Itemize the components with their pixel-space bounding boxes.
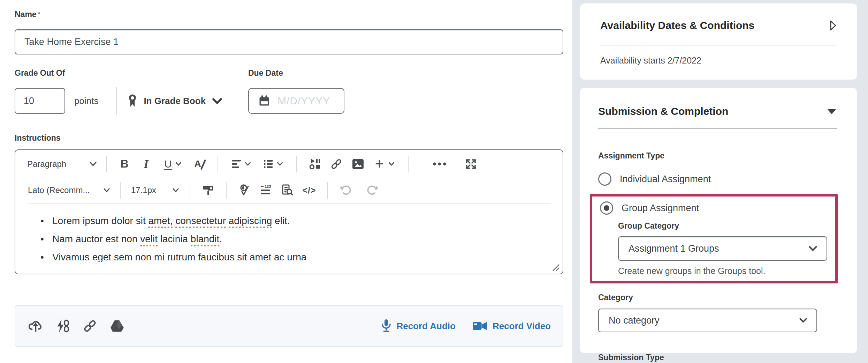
- video-camera-icon: [472, 320, 488, 332]
- group-category-help-text: Create new groups in the Groups tool.: [618, 266, 826, 276]
- radio-dot: [604, 205, 609, 211]
- editor-bullet-2: Nam auctor est non velit lacinia blandit…: [38, 230, 552, 248]
- grade-ribbon-icon: [128, 94, 137, 108]
- lightning-link-icon: [56, 319, 69, 333]
- spell-check-button[interactable]: [234, 181, 255, 199]
- editor-bullet-3: Vivamus eget sem non mi rutrum faucibus …: [38, 248, 552, 262]
- misspelled-word: blandit: [191, 234, 220, 246]
- instructions-editor: Paragraph B I U A: [15, 149, 563, 274]
- underline-dropdown-button[interactable]: U: [157, 155, 189, 173]
- cloud-upload-icon: [28, 319, 43, 333]
- misspelled-word: adipiscing: [229, 215, 272, 228]
- toolbar-divider: [226, 182, 227, 199]
- upload-file-button[interactable]: [27, 318, 44, 334]
- radio-group-assignment[interactable]: Group Assignment: [600, 201, 699, 215]
- accessibility-check-button[interactable]: [277, 181, 298, 199]
- submission-title: Submission & Completion: [598, 105, 728, 118]
- calendar-icon: [258, 95, 271, 107]
- chevron-down-icon: [799, 318, 807, 323]
- attach-weblink-button[interactable]: [82, 318, 98, 334]
- weblink-icon: [83, 319, 97, 333]
- name-input[interactable]: [15, 29, 563, 54]
- editor-toolbar-row2: Lato (Recomm... 17.1px: [15, 178, 563, 203]
- font-family-dropdown[interactable]: Lato (Recomm...: [25, 185, 113, 195]
- toolbar-divider: [190, 182, 190, 199]
- due-date-input[interactable]: M/D/YYYY: [248, 88, 344, 114]
- editor-toolbar-row1: Paragraph B I U A: [15, 150, 563, 178]
- collapse-triangle-icon: [826, 108, 837, 115]
- svg-text:123: 123: [265, 185, 271, 188]
- word-count-button[interactable]: 123: [255, 181, 277, 199]
- editor-content-area[interactable]: Lorem ipsum dolor sit amet, consectetur …: [15, 203, 563, 262]
- toolbar-divider: [106, 156, 107, 172]
- settings-sidebar: Availability Dates & Conditions Availabi…: [572, 0, 868, 363]
- svg-text:A: A: [194, 158, 201, 169]
- expand-arrow-icon: [829, 20, 837, 31]
- italic-button[interactable]: I: [135, 155, 157, 173]
- insert-stuff-icon: [309, 158, 321, 170]
- availability-card-header[interactable]: Availability Dates & Conditions: [600, 19, 837, 32]
- toolbar-divider: [120, 182, 121, 199]
- chevron-down-icon: [277, 162, 283, 166]
- chevron-down-icon: [172, 188, 179, 193]
- align-left-icon: [231, 159, 241, 169]
- google-drive-icon: [110, 320, 124, 332]
- insert-stuff-button[interactable]: [304, 155, 326, 173]
- radio-individual-assignment[interactable]: Individual Assignment: [598, 172, 711, 186]
- insert-more-dropdown[interactable]: +: [369, 155, 401, 173]
- google-drive-button[interactable]: [109, 318, 125, 334]
- group-category-label: Group Category: [618, 221, 826, 231]
- font-color-icon: A: [193, 158, 206, 170]
- attachments-bar: Record Audio Record Video: [15, 305, 563, 347]
- card-divider: [600, 45, 837, 45]
- undo-button[interactable]: [335, 181, 356, 199]
- redo-button[interactable]: [362, 181, 383, 199]
- fullscreen-button[interactable]: [460, 155, 482, 173]
- format-painter-icon: [203, 185, 214, 196]
- more-actions-button[interactable]: •••: [429, 155, 451, 173]
- record-audio-button[interactable]: Record Audio: [381, 319, 455, 333]
- editor-resize-handle[interactable]: [551, 262, 560, 272]
- quicklink-activity-button[interactable]: [54, 318, 71, 334]
- required-asterisk: *: [38, 11, 40, 17]
- font-color-button[interactable]: A: [189, 155, 211, 173]
- due-date-placeholder: M/D/YYYY: [277, 95, 330, 107]
- grade-book-dropdown[interactable]: In Grade Book: [128, 94, 222, 108]
- availability-card: Availability Dates & Conditions Availabi…: [580, 3, 857, 80]
- alignment-dropdown-button[interactable]: [225, 155, 257, 173]
- instructions-label: Instructions: [15, 133, 572, 142]
- chevron-down-icon: [388, 162, 395, 166]
- bullet-list-icon: [264, 159, 273, 169]
- availability-status: Availability starts 2/7/2022: [600, 55, 837, 66]
- group-assignment-highlight-box: Group Assignment Group Category Assignme…: [590, 194, 838, 283]
- spell-check-icon: [239, 184, 250, 196]
- word-count-icon: 123: [260, 185, 272, 196]
- insert-link-button[interactable]: [326, 155, 347, 173]
- insert-image-button[interactable]: [347, 155, 369, 173]
- editor-bullet-1: Lorem ipsum dolor sit amet, consectetur …: [38, 212, 552, 230]
- group-category-select[interactable]: Assignment 1 Groups: [618, 236, 827, 261]
- font-size-dropdown[interactable]: 17.1px: [128, 185, 183, 195]
- format-painter-button[interactable]: [197, 181, 219, 199]
- toolbar-divider: [408, 156, 409, 172]
- submission-card-header[interactable]: Submission & Completion: [598, 105, 837, 118]
- html-source-button[interactable]: </>: [298, 181, 320, 199]
- points-label: points: [74, 96, 98, 106]
- link-icon: [330, 158, 342, 170]
- image-icon: [352, 159, 364, 169]
- main-form: Name* Grade Out Of Due Date points In Gr…: [0, 0, 572, 363]
- list-dropdown-button[interactable]: [257, 155, 289, 173]
- paragraph-format-dropdown[interactable]: Paragraph: [25, 159, 99, 169]
- record-video-button[interactable]: Record Video: [472, 320, 551, 332]
- chevron-down-icon: [212, 98, 222, 104]
- toolbar-divider: [296, 156, 297, 172]
- grade-input[interactable]: [15, 88, 65, 114]
- undo-icon: [340, 185, 351, 196]
- category-select[interactable]: No category: [598, 309, 817, 332]
- misspelled-word: consectetur: [175, 215, 226, 228]
- category-label: Category: [598, 292, 837, 302]
- card-divider: [598, 128, 837, 129]
- bold-button[interactable]: B: [114, 155, 135, 173]
- chevron-down-icon: [245, 162, 251, 166]
- misspelled-word: velit: [140, 234, 158, 246]
